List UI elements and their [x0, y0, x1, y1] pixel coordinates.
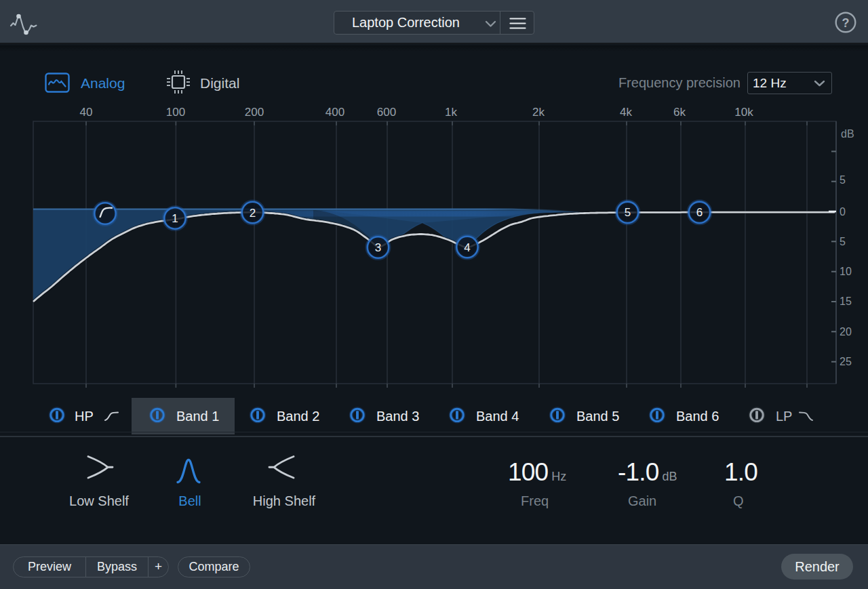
- svg-text:5: 5: [625, 206, 631, 219]
- svg-text:600: 600: [377, 106, 396, 119]
- svg-text:1: 1: [172, 212, 178, 225]
- svg-text:2k: 2k: [532, 106, 545, 119]
- svg-text:4k: 4k: [620, 106, 632, 119]
- svg-text:200: 200: [245, 106, 264, 119]
- svg-text:dB: dB: [841, 128, 854, 140]
- svg-text:20: 20: [840, 326, 852, 338]
- svg-text:5: 5: [840, 236, 846, 247]
- svg-text:10: 10: [840, 266, 852, 277]
- svg-text:10k: 10k: [734, 106, 753, 119]
- svg-text:5: 5: [840, 174, 846, 186]
- svg-text:?: ?: [842, 16, 850, 30]
- svg-text:3: 3: [375, 241, 381, 254]
- svg-text:400: 400: [326, 106, 344, 119]
- svg-text:6k: 6k: [673, 106, 686, 119]
- svg-text:40: 40: [80, 106, 93, 119]
- svg-text:100: 100: [166, 106, 185, 119]
- svg-text:15: 15: [840, 296, 852, 307]
- svg-text:25: 25: [840, 356, 852, 367]
- svg-text:2: 2: [250, 207, 256, 220]
- svg-text:0: 0: [840, 206, 846, 218]
- svg-text:6: 6: [696, 206, 703, 219]
- svg-text:1k: 1k: [445, 106, 457, 119]
- svg-text:4: 4: [464, 241, 470, 254]
